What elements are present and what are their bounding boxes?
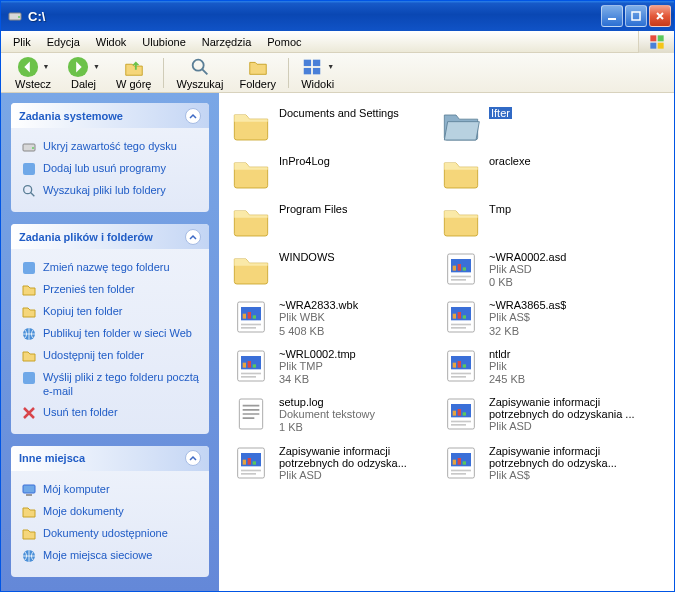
back-icon bbox=[17, 56, 39, 78]
task-link[interactable]: Kopiuj ten folder bbox=[21, 301, 199, 323]
shared-icon bbox=[21, 526, 37, 542]
svg-rect-25 bbox=[632, 12, 640, 20]
item-size: 1 KB bbox=[279, 421, 375, 434]
close-button[interactable] bbox=[649, 5, 671, 27]
chevron-up-icon[interactable] bbox=[185, 108, 201, 124]
item-name: ~WRA0002.asd bbox=[489, 251, 566, 263]
task-link-label: Przenieś ten folder bbox=[43, 282, 135, 296]
file-item[interactable]: Program Files bbox=[223, 197, 433, 245]
file-item[interactable]: Zapisywanie informacji potrzebnych do od… bbox=[223, 439, 433, 487]
file-item[interactable]: ntldrPlik245 KB bbox=[433, 342, 643, 390]
item-type: Plik ASD bbox=[489, 420, 637, 433]
file-item[interactable]: Zapisywanie informacji potrzebnych do od… bbox=[433, 390, 643, 438]
task-link[interactable]: Moje miejsca sieciowe bbox=[21, 545, 199, 567]
menu-help[interactable]: Pomoc bbox=[259, 33, 309, 51]
file-item[interactable]: setup.logDokument tekstowy1 KB bbox=[223, 390, 433, 438]
task-link[interactable]: Dokumenty udostępnione bbox=[21, 523, 199, 545]
item-name: Tmp bbox=[489, 203, 511, 215]
folder-icon bbox=[229, 105, 273, 145]
titlebar[interactable]: C:\ bbox=[1, 1, 674, 31]
panel-title: Zadania systemowe bbox=[19, 110, 123, 122]
back-button[interactable]: ▼Wstecz bbox=[7, 54, 59, 92]
item-type: Plik ASD bbox=[279, 469, 427, 482]
file-item[interactable]: WINDOWS bbox=[223, 245, 433, 293]
up-icon bbox=[123, 56, 145, 78]
item-name: Zapisywanie informacji potrzebnych do od… bbox=[279, 445, 427, 469]
task-link-label: Moje dokumenty bbox=[43, 504, 124, 518]
file-app-icon bbox=[439, 297, 483, 337]
task-link[interactable]: Publikuj ten folder w sieci Web bbox=[21, 323, 199, 345]
menu-tools[interactable]: Narzędzia bbox=[194, 33, 260, 51]
item-name: InPro4Log bbox=[279, 155, 330, 167]
item-size: 32 KB bbox=[489, 325, 566, 338]
task-link[interactable]: Dodaj lub usuń programy bbox=[21, 158, 199, 180]
file-item[interactable]: Zapisywanie informacji potrzebnych do od… bbox=[433, 439, 643, 487]
folder-icon bbox=[439, 153, 483, 193]
item-type: Plik bbox=[489, 360, 525, 373]
panel-header[interactable]: Inne miejsca bbox=[11, 446, 209, 471]
search-button[interactable]: Wyszukaj bbox=[168, 54, 231, 92]
mydocs-icon bbox=[21, 504, 37, 520]
task-link[interactable]: Mój komputer bbox=[21, 479, 199, 501]
panel-header[interactable]: Zadania systemowe bbox=[11, 103, 209, 128]
xp-logo bbox=[638, 31, 674, 53]
file-app-icon bbox=[439, 346, 483, 386]
file-item[interactable]: Ifter bbox=[433, 101, 643, 149]
task-link[interactable]: Moje dokumenty bbox=[21, 501, 199, 523]
item-name: Zapisywanie informacji potrzebnych do od… bbox=[489, 445, 637, 469]
task-link-label: Ukryj zawartość tego dysku bbox=[43, 139, 177, 153]
minimize-button[interactable] bbox=[601, 5, 623, 27]
file-item[interactable]: oraclexe bbox=[433, 149, 643, 197]
email-icon bbox=[21, 370, 37, 386]
share-icon bbox=[21, 348, 37, 364]
folders-button[interactable]: Foldery bbox=[231, 54, 284, 92]
item-name: Documents and Settings bbox=[279, 107, 399, 119]
menu-file[interactable]: Plik bbox=[5, 33, 39, 51]
chevron-up-icon[interactable] bbox=[185, 450, 201, 466]
file-app-icon bbox=[439, 249, 483, 289]
menu-view[interactable]: Widok bbox=[88, 33, 135, 51]
item-type: Dokument tekstowy bbox=[279, 408, 375, 421]
item-size: 0 KB bbox=[489, 276, 566, 289]
file-item[interactable]: ~WRA0002.asdPlik ASD0 KB bbox=[433, 245, 643, 293]
item-type: Plik TMP bbox=[279, 360, 356, 373]
up-button[interactable]: W górę bbox=[108, 54, 159, 92]
chevron-up-icon[interactable] bbox=[185, 229, 201, 245]
mycomputer-icon bbox=[21, 482, 37, 498]
file-item[interactable]: ~WRA2833.wbkPlik WBK5 408 KB bbox=[223, 293, 433, 341]
task-link[interactable]: Wyszukaj pliki lub foldery bbox=[21, 180, 199, 202]
maximize-button[interactable] bbox=[625, 5, 647, 27]
file-item[interactable]: ~WRA3865.as$Plik AS$32 KB bbox=[433, 293, 643, 341]
network-icon bbox=[21, 548, 37, 564]
file-app-icon bbox=[439, 443, 483, 483]
file-item[interactable]: InPro4Log bbox=[223, 149, 433, 197]
task-link[interactable]: Zmień nazwę tego folderu bbox=[21, 257, 199, 279]
file-item[interactable]: Documents and Settings bbox=[223, 101, 433, 149]
menu-edit[interactable]: Edycja bbox=[39, 33, 88, 51]
file-app-icon bbox=[439, 394, 483, 434]
item-name: Zapisywanie informacji potrzebnych do od… bbox=[489, 396, 637, 420]
task-link-label: Zmień nazwę tego folderu bbox=[43, 260, 170, 274]
folder-icon bbox=[229, 201, 273, 241]
panel-header[interactable]: Zadania plików i folderów bbox=[11, 224, 209, 249]
content-area[interactable]: Documents and SettingsIfterInPro4Logorac… bbox=[219, 93, 674, 591]
task-link[interactable]: Ukryj zawartość tego dysku bbox=[21, 136, 199, 158]
file-item[interactable]: ~WRL0002.tmpPlik TMP34 KB bbox=[223, 342, 433, 390]
task-link[interactable]: Wyślij pliki z tego folderu pocztą e-mai… bbox=[21, 367, 199, 402]
task-link-label: Kopiuj ten folder bbox=[43, 304, 123, 318]
task-link-label: Dokumenty udostępnione bbox=[43, 526, 168, 540]
item-name: setup.log bbox=[279, 396, 375, 408]
task-link[interactable]: Udostępnij ten folder bbox=[21, 345, 199, 367]
views-button[interactable]: ▼Widoki bbox=[293, 54, 342, 92]
task-panel: Zadania systemoweUkryj zawartość tego dy… bbox=[11, 103, 209, 212]
file-item[interactable]: Tmp bbox=[433, 197, 643, 245]
folder-open-icon bbox=[439, 105, 483, 145]
folders-icon bbox=[247, 56, 269, 78]
search-icon bbox=[21, 183, 37, 199]
task-link-label: Usuń ten folder bbox=[43, 405, 118, 419]
menu-favorites[interactable]: Ulubione bbox=[134, 33, 193, 51]
task-link[interactable]: Usuń ten folder bbox=[21, 402, 199, 424]
forward-button[interactable]: ▼Dalej bbox=[59, 54, 108, 92]
item-type: Plik ASD bbox=[489, 263, 566, 276]
task-link[interactable]: Przenieś ten folder bbox=[21, 279, 199, 301]
